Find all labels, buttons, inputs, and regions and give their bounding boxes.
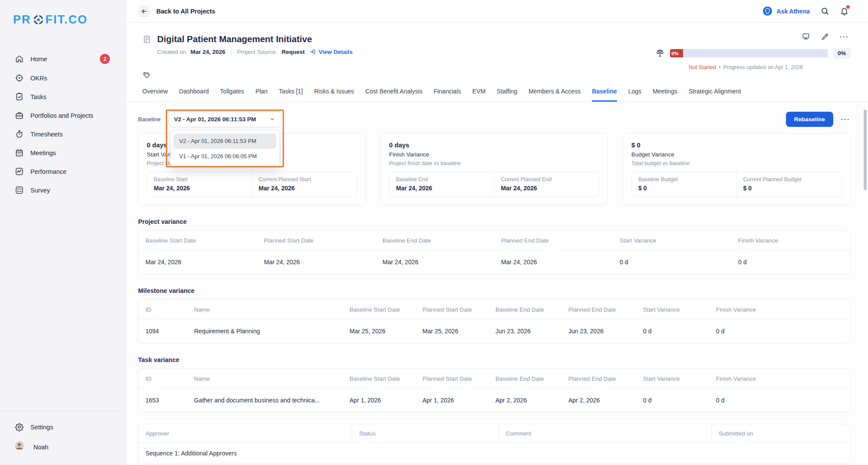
sidebar-item-okrs[interactable]: OKRs [0,69,125,87]
sidebar-item-settings[interactable]: Settings [0,418,125,436]
field-value: $ 0 [743,185,835,192]
baseline-option-v1[interactable]: V1 - Apr 01, 2026 06:06:05 PM [174,149,276,164]
tab-overview[interactable]: Overview [142,88,168,102]
tab-cost-benefit-analysis[interactable]: Cost Benefit Analysis [365,88,422,102]
presentation-board-icon[interactable] [802,32,810,41]
cell: Mar 24, 2026 [376,250,494,274]
column-header: Baseline Start Date [343,369,416,388]
cell: 0 d [731,250,850,274]
sidebar: PR FIT.CO ‹ Home 2 OKRs Tasks [0,0,126,465]
column-header: Approver [139,424,352,442]
tab-risks-issues[interactable]: Risks & Issues [314,88,354,102]
topbar: Back to All Projects Ask Athena [126,0,868,23]
progress-note: Not Started • Progress updated on Apr 1,… [689,64,803,70]
progress-bar: 0% [670,49,828,57]
sidebar-item-survey[interactable]: Survey [0,181,125,199]
tab-tollgates[interactable]: Tollgates [220,88,244,102]
back-label[interactable]: Back to All Projects [156,8,215,15]
tab-staffing[interactable]: Staffing [497,88,517,102]
home-icon [15,54,24,63]
tab-logs[interactable]: Logs [628,88,641,102]
column-header: Baseline Start Date [139,231,257,250]
cell: Jun 23, 2026 [561,319,636,343]
arrow-left-icon [141,8,148,15]
approver-sequence-group-row: Sequence 1: Additional Approvers [139,443,850,464]
progress-percent-badge: 0% [833,48,851,59]
card-label: Finish Variance [389,151,599,158]
field-label: Current Planned Budget [743,176,835,183]
sidebar-item-tasks[interactable]: Tasks [0,87,125,106]
tags-row[interactable] [142,71,849,81]
tab-tasks[interactable]: Tasks [1] [279,88,303,102]
cell: Mar 24, 2026 [139,250,257,274]
project-header: Digital Patient Management Initiative Cr… [126,23,868,102]
sidebar-item-portfolios-projects[interactable]: Portfolios and Projects [0,106,125,125]
cell: Mar 25, 2026 [416,319,488,343]
cell: Mar 24, 2026 [494,250,613,274]
card-label: Budget Variance [631,151,842,158]
created-label: Created on [157,49,186,55]
sidebar-item-label: Tasks [30,93,46,100]
baseline-more-ellipsis-icon[interactable]: ··· [841,116,850,123]
sidebar-item-label: OKRs [30,75,47,82]
column-header: Start Variance [636,300,709,319]
tab-baseline[interactable]: Baseline [592,88,617,102]
tab-evm[interactable]: EVM [472,88,485,102]
field-value: Mar 24, 2026 [396,185,488,192]
tab-strategic-alignment[interactable]: Strategic Alignment [689,88,741,102]
milestone-variance-title: Milestone variance [138,287,850,294]
profit-co-logo[interactable]: PR FIT.CO [0,0,125,27]
baseline-toolbar: Baseline V2 - Apr 01, 2026 06:11:53 PM V… [138,111,850,127]
tab-meetings[interactable]: Meetings [653,88,677,102]
status-text: Not Started [689,64,716,70]
target-logo-icon [33,14,44,26]
ask-athena-button[interactable]: Ask Athena [762,6,810,16]
sidebar-item-performance[interactable]: Performance [0,162,125,181]
column-header: Name [187,300,343,319]
baseline-option-v2[interactable]: V2 - Apr 01, 2026 06:11:53 PM [174,133,276,149]
field-label: Baseline Start [154,176,245,183]
sidebar-item-meetings[interactable]: Meetings [0,143,125,162]
baseline-version-select[interactable]: V2 - Apr 01, 2026 06:11:53 PM [168,111,281,127]
progress-bar-fill-label: 0% [670,49,683,57]
field-label: Current Planned Start [259,176,350,183]
column-header: Name [187,369,343,388]
back-button[interactable] [138,5,150,17]
stopwatch-icon [15,130,24,139]
tab-plan[interactable]: Plan [255,88,267,102]
tab-dashboard[interactable]: Dashboard [179,88,209,102]
user-avatar [15,441,27,453]
view-details-link[interactable]: View Details [309,48,353,55]
cell: 0 d [636,389,709,412]
column-header: Planned End Date [494,231,613,250]
baseline-label: Baseline [138,116,161,123]
search-button[interactable] [820,7,829,16]
briefcase-icon [15,111,24,120]
page-title: Digital Patient Management Initiative [157,34,312,44]
cell: 0 d [709,389,850,412]
ask-athena-label: Ask Athena [776,8,810,15]
vertical-scrollbar[interactable] [864,110,867,190]
cell: Apr 2, 2026 [561,389,636,412]
cell: Mar 25, 2026 [343,319,416,343]
tasks-clipboard-icon [15,92,24,101]
gear-icon [15,422,24,432]
card-value: $ 0 [631,141,842,149]
column-header: Finish Variance [709,369,850,388]
sidebar-item-home[interactable]: Home 2 [0,49,125,69]
cell: 1094 [139,319,187,343]
rebaseline-button[interactable]: Rebaseline [786,112,833,127]
field-value: $ 0 [638,185,730,192]
cell: Apr 1, 2026 [343,389,416,412]
tab-members-access[interactable]: Members & Access [528,88,581,102]
sidebar-item-profile[interactable]: Noah [0,436,125,458]
project-more-ellipsis-icon[interactable]: ··· [840,33,849,40]
edit-pencil-icon[interactable] [821,32,829,41]
sidebar-item-timesheets[interactable]: Timesheets [0,125,125,143]
card-value: 0 days [389,141,599,149]
tab-financials[interactable]: Financials [434,88,461,102]
cell: Requirement & Planning [187,319,343,343]
task-variance-title: Task variance [138,356,850,363]
column-header: Status [352,424,499,442]
notifications-button[interactable] [840,7,849,16]
